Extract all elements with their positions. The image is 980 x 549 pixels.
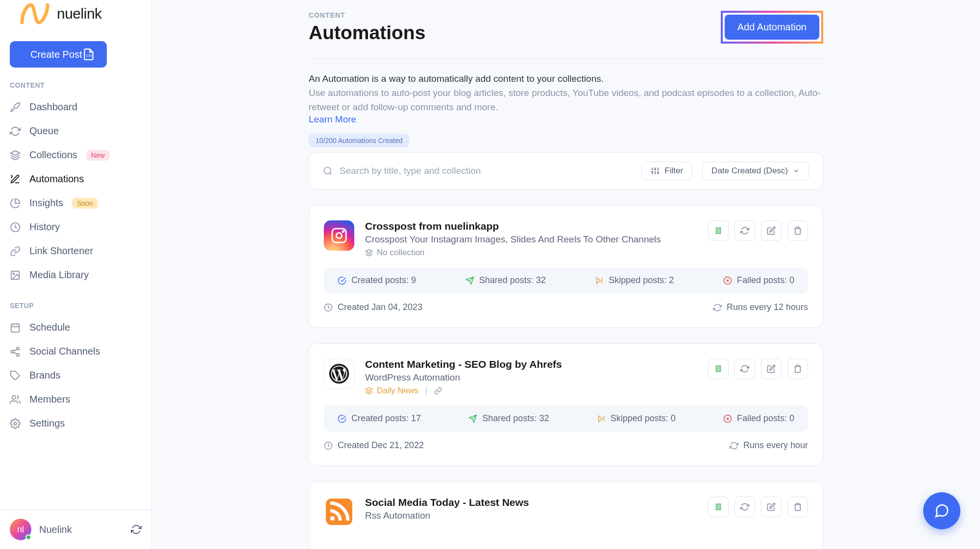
svg-rect-5 xyxy=(11,324,20,332)
sidebar-item-label: Brands xyxy=(29,370,60,381)
calendar-icon xyxy=(10,322,21,333)
stat-skipped: Skipped posts: 2 xyxy=(595,275,674,286)
svg-rect-57 xyxy=(716,504,718,510)
svg-point-30 xyxy=(343,231,344,232)
edit-button[interactable] xyxy=(761,497,782,517)
sidebar-item-link-shortener[interactable]: Link Shortener xyxy=(0,239,151,263)
svg-point-17 xyxy=(324,167,331,174)
sidebar-item-social-channels[interactable]: Social Channels xyxy=(0,339,151,363)
svg-line-18 xyxy=(330,173,332,175)
card-title: Social Media Today - Latest News xyxy=(365,497,697,508)
section-label-content: CONTENT xyxy=(0,81,151,95)
trash-button[interactable] xyxy=(787,220,808,241)
sidebar-item-automations[interactable]: Automations xyxy=(0,167,151,191)
svg-point-10 xyxy=(11,350,14,353)
refresh-icon xyxy=(10,126,21,137)
chat-icon xyxy=(934,503,950,519)
image-icon xyxy=(10,270,21,281)
sidebar-item-label: Link Shortener xyxy=(29,245,93,257)
sort-button[interactable]: Date Created (Desc) xyxy=(702,162,809,180)
intro-strong: An Automation is a way to automatically … xyxy=(309,73,823,84)
sidebar-footer: nl Nuelink xyxy=(0,509,151,549)
trash-button[interactable] xyxy=(787,497,808,517)
pause-button[interactable] xyxy=(708,220,729,241)
card-subtitle: Rss Automation xyxy=(365,510,697,521)
sidebar-item-schedule[interactable]: Schedule xyxy=(0,315,151,339)
stats-row: Created posts: 9 Shared posts: 32 Skippe… xyxy=(324,267,808,293)
filter-label: Filter xyxy=(664,166,683,176)
section-label-setup: SETUP xyxy=(0,302,151,315)
status-dot xyxy=(25,534,31,540)
card-subtitle: WordPress Automation xyxy=(365,372,697,383)
svg-point-56 xyxy=(330,516,335,521)
card-collection: Daily News| xyxy=(365,386,697,396)
pause-button[interactable] xyxy=(708,358,729,379)
created-date: Created Jan 04, 2023 xyxy=(324,302,422,312)
refresh-button[interactable] xyxy=(735,220,755,241)
chevron-down-icon xyxy=(793,167,800,174)
stat-shared: Shared posts: 32 xyxy=(466,275,546,286)
logo[interactable]: nuelink xyxy=(0,0,151,27)
card-subtitle: Crosspost Your Instagram Images, Slides … xyxy=(365,234,697,245)
sidebar-item-label: Media Library xyxy=(29,269,89,281)
avatar[interactable]: nl xyxy=(10,519,31,540)
svg-rect-46 xyxy=(719,366,721,372)
stat-failed: Failed posts: 0 xyxy=(723,275,794,286)
sidebar-item-settings[interactable]: Settings xyxy=(0,411,151,435)
sync-icon[interactable] xyxy=(131,524,142,535)
search-input[interactable] xyxy=(340,166,632,176)
automation-card: Crosspost from nuelinkapp Crosspost Your… xyxy=(309,205,823,328)
sidebar-item-brands[interactable]: Brands xyxy=(0,363,151,387)
sidebar-item-label: Schedule xyxy=(29,322,70,333)
svg-rect-33 xyxy=(719,228,721,234)
sidebar-item-members[interactable]: Members xyxy=(0,387,151,411)
svg-rect-45 xyxy=(716,366,718,372)
add-automation-highlight: Add Automation xyxy=(721,11,823,44)
intro-sub: Use automations to auto-post your blog a… xyxy=(309,86,823,114)
add-automation-button[interactable]: Add Automation xyxy=(725,15,819,40)
logo-mark-icon xyxy=(20,0,50,27)
filter-button[interactable]: Filter xyxy=(641,162,692,180)
sidebar-item-insights[interactable]: Insights Soon xyxy=(0,191,151,215)
page-title: Automations xyxy=(309,22,425,44)
csv-icon: CSV xyxy=(82,48,95,61)
edit-button[interactable] xyxy=(761,358,782,379)
trash-button[interactable] xyxy=(787,358,808,379)
card-title: Crosspost from nuelinkapp xyxy=(365,220,697,232)
refresh-button[interactable] xyxy=(735,358,755,379)
card-title: Content Marketing - SEO Blog by Ahrefs xyxy=(365,358,697,370)
link-icon xyxy=(434,387,442,395)
svg-marker-1 xyxy=(11,150,20,155)
sidebar-item-label: Insights xyxy=(29,197,63,209)
sidebar-item-queue[interactable]: Queue xyxy=(0,119,151,143)
create-post-button[interactable]: Create Post CSV xyxy=(10,41,107,68)
svg-rect-55 xyxy=(326,499,352,525)
soon-badge: Soon xyxy=(72,198,98,209)
create-post-label: Create Post xyxy=(30,49,82,60)
sidebar-item-media-library[interactable]: Media Library xyxy=(0,263,151,287)
sidebar-item-history[interactable]: History xyxy=(0,215,151,239)
svg-point-29 xyxy=(336,233,342,238)
wordpress-icon xyxy=(324,358,354,389)
sidebar-item-dashboard[interactable]: Dashboard xyxy=(0,95,151,119)
automation-counter: 10/200 Automations Created xyxy=(309,134,409,147)
sidebar-item-label: Members xyxy=(29,394,70,405)
stat-failed: Failed posts: 0 xyxy=(723,413,794,424)
sidebar-item-label: Settings xyxy=(29,418,65,429)
chart-icon xyxy=(10,198,21,209)
pause-button[interactable] xyxy=(708,497,729,517)
gear-icon xyxy=(10,418,21,429)
automation-icon xyxy=(10,174,21,185)
sidebar-item-collections[interactable]: Collections New xyxy=(0,143,151,167)
runs-interval: Runs every 12 hours xyxy=(713,302,808,312)
stats-row: Created posts: 17 Shared posts: 32 Skipp… xyxy=(324,406,808,431)
main-content: CONTENT Automations Add Automation An Au… xyxy=(152,0,980,549)
logo-text: nuelink xyxy=(57,5,102,22)
stat-shared: Shared posts: 32 xyxy=(468,413,549,424)
refresh-button[interactable] xyxy=(735,497,755,517)
learn-more-link[interactable]: Learn More xyxy=(309,114,356,124)
stat-created: Created posts: 17 xyxy=(338,413,421,424)
help-fab[interactable] xyxy=(923,492,960,529)
edit-button[interactable] xyxy=(761,220,782,241)
eyebrow: CONTENT xyxy=(309,11,425,19)
